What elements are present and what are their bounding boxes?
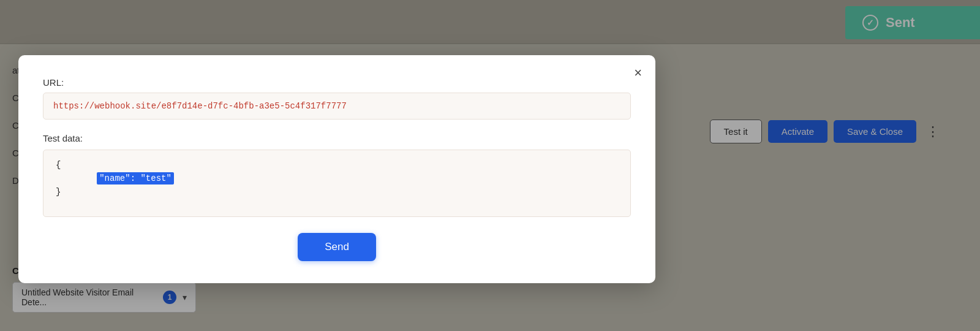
modal-close-button[interactable]: × bbox=[634, 66, 642, 80]
background-page: Sent ati Co Cor Cc Da Test it Activate S… bbox=[0, 0, 980, 331]
test-data-box[interactable]: { "name": "test" } bbox=[43, 150, 631, 217]
url-label: URL: bbox=[43, 77, 631, 88]
test-modal: × URL: https://webhook.site/e8f7d14e-d7f… bbox=[18, 55, 655, 283]
send-button[interactable]: Send bbox=[298, 233, 376, 261]
code-line-2-selected: "name": "test" bbox=[97, 172, 174, 185]
test-data-label: Test data: bbox=[43, 133, 631, 143]
url-value[interactable]: https://webhook.site/e8f7d14e-d7fc-4bfb-… bbox=[43, 93, 631, 120]
code-line-2: "name": "test" bbox=[56, 173, 618, 183]
send-row: Send bbox=[43, 233, 631, 261]
code-line-1: { bbox=[56, 160, 618, 170]
code-line-3: } bbox=[56, 187, 618, 197]
modal-overlay: × URL: https://webhook.site/e8f7d14e-d7f… bbox=[0, 0, 980, 331]
